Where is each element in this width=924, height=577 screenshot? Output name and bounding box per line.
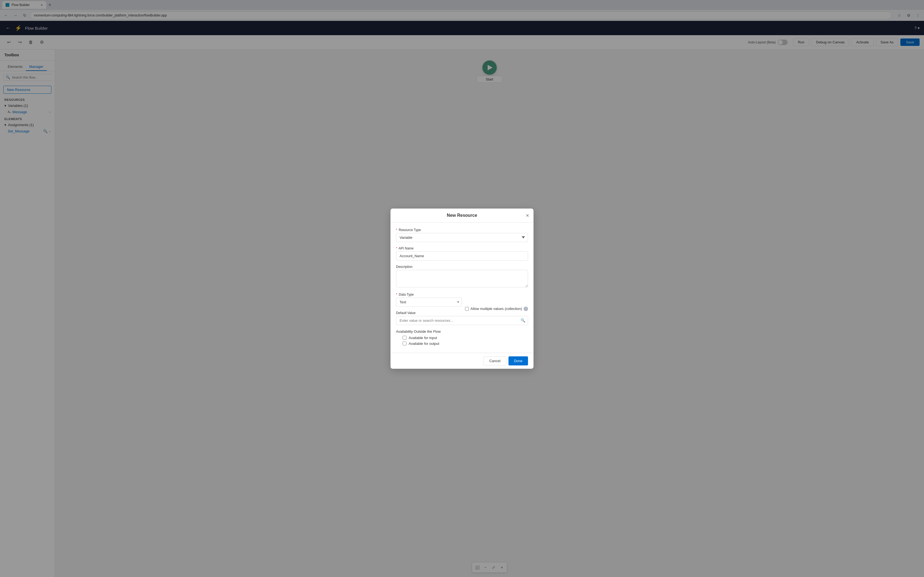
data-type-group: * Data Type Text Number Currency Date Bo… <box>396 293 462 307</box>
description-group: Description <box>396 265 528 288</box>
default-value-group: Default Value 🔍 <box>396 311 528 325</box>
modal-title: New Resource <box>447 213 477 218</box>
modal-footer: Cancel Done <box>391 353 533 369</box>
modal-header: New Resource × <box>391 208 533 222</box>
description-label: Description <box>396 265 528 269</box>
datatype-select-wrap: Text Number Currency Date Boolean ▾ <box>396 298 462 307</box>
api-name-group: * API Name <box>396 247 528 261</box>
resource-type-label: * Resource Type <box>396 228 528 232</box>
collection-label: Allow multiple values (collection) <box>470 307 522 311</box>
cancel-button[interactable]: Cancel <box>483 356 506 366</box>
api-name-required-star: * <box>396 247 397 250</box>
collection-wrap: Allow multiple values (collection) i <box>465 301 528 311</box>
api-name-label: * API Name <box>396 247 528 250</box>
data-type-label: * Data Type <box>396 293 462 297</box>
availability-label: Availability Outside the Flow <box>396 329 528 334</box>
available-output-checkbox[interactable] <box>402 342 407 345</box>
resource-type-select[interactable]: Variable Constant Formula Template Stage <box>396 233 528 242</box>
default-value-search-icon: 🔍 <box>520 318 525 322</box>
modal-overlay[interactable]: New Resource × * Resource Type Variable … <box>0 0 924 577</box>
availability-section: Availability Outside the Flow Available … <box>396 329 528 346</box>
description-textarea[interactable] <box>396 270 528 287</box>
data-type-select[interactable]: Text Number Currency Date Boolean <box>396 298 462 307</box>
modal-body: * Resource Type Variable Constant Formul… <box>391 222 533 353</box>
available-input-row: Available for input <box>402 336 528 340</box>
available-output-row: Available for output <box>402 342 528 346</box>
modal-close-button[interactable]: × <box>526 212 529 218</box>
new-resource-modal: New Resource × * Resource Type Variable … <box>391 208 533 369</box>
default-value-input[interactable] <box>396 316 528 325</box>
done-button[interactable]: Done <box>509 356 528 366</box>
collection-info-icon[interactable]: i <box>523 307 528 311</box>
datatype-row: * Data Type Text Number Currency Date Bo… <box>396 293 528 311</box>
default-value-search-wrap: 🔍 <box>396 316 528 325</box>
collection-checkbox[interactable] <box>465 307 469 311</box>
available-output-label: Available for output <box>409 342 439 346</box>
api-name-input[interactable] <box>396 251 528 261</box>
resource-type-required-star: * <box>396 228 397 232</box>
resource-type-group: * Resource Type Variable Constant Formul… <box>396 228 528 242</box>
available-input-label: Available for input <box>409 336 437 340</box>
data-type-required-star: * <box>396 293 397 297</box>
availability-checkboxes: Available for input Available for output <box>402 336 528 346</box>
default-value-label: Default Value <box>396 311 528 315</box>
available-input-checkbox[interactable] <box>402 336 407 340</box>
